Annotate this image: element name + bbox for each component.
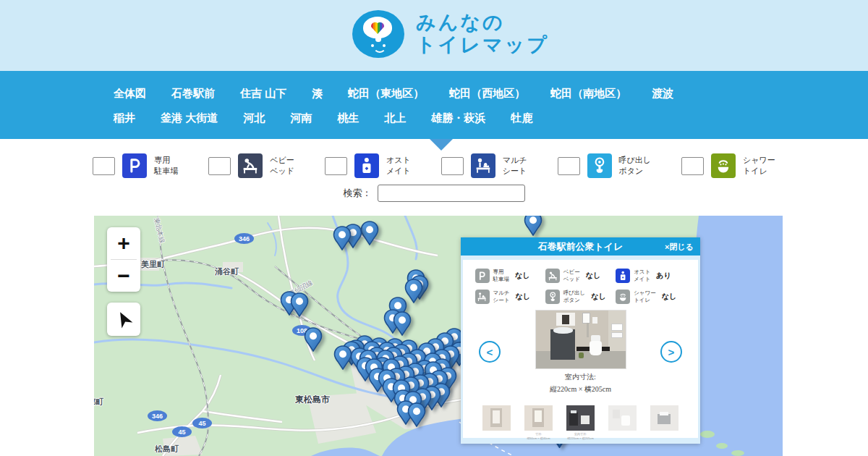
region-nav-row2: 稲井釜港 大街道河北河南桃生北上雄勝・萩浜牡鹿 [0,104,868,129]
nav-link-r2-2[interactable]: 河北 [243,111,265,125]
ostomate-icon [616,269,630,283]
prev-photo-button[interactable]: < [479,341,501,363]
filter-group-baby-bed: ベビーベッド [208,153,294,178]
region-nav: 全体図石巻駅前住吉 山下湊蛇田（東地区）蛇田（西地区）蛇田（南地区）渡波 稲井釜… [0,71,868,139]
navigation-arrow-icon [113,308,135,330]
nav-link-r1-6[interactable]: 蛇田（南地区） [550,87,626,101]
popup-amenity-value: なし [515,271,529,281]
map-pin[interactable] [407,402,426,430]
zoom-in-button[interactable]: + [107,227,140,259]
shower-toilet-icon [711,153,736,178]
popup-amenity-label: シャワートイレ [634,290,656,304]
map-pin[interactable] [393,311,412,339]
map-pin[interactable] [524,216,542,239]
route-shield: 45 [192,418,212,428]
popup-amenity-5: シャワートイレなし [616,290,686,304]
nav-link-r2-4[interactable]: 桃生 [337,111,359,125]
photo-thumbnail-5[interactable] [650,405,678,431]
filter-checkbox-parking[interactable] [93,157,115,175]
photo-thumbnail-3[interactable]: 室内寸法:縦220cm × 横205cm [566,405,595,431]
filter-label-multi-seat: マルチシート [503,155,527,177]
map-pin[interactable] [290,292,309,320]
filter-group-call-button: 呼び出しボタン [558,153,652,178]
nav-link-r1-1[interactable]: 石巻駅前 [171,87,215,101]
nav-link-r1-4[interactable]: 蛇田（東地区） [348,87,424,101]
filter-group-shower-toilet: シャワートイレ [681,153,775,178]
search-input[interactable] [378,185,525,202]
baby-bed-icon [545,269,560,283]
popup-amenity-label: マルチシート [493,290,510,304]
filter-checkbox-shower-toilet[interactable] [681,157,704,175]
nav-link-r1-7[interactable]: 渡波 [652,87,673,101]
popup-amenity-0: 専用駐車場なし [475,269,545,283]
logo-mascot-icon [352,10,404,58]
amenity-filter-bar: 専用駐車場ベビーベッドオストメイトマルチシート呼び出しボタンシャワートイレ [0,153,868,178]
map-zoom-control: + − [107,227,140,292]
baby-bed-icon [238,153,263,178]
multi-seat-icon [471,153,495,178]
photo-thumbnail-2[interactable]: 寸法:縦60cm × 横40cm [524,405,553,431]
nav-link-r2-3[interactable]: 河南 [290,111,312,125]
filter-group-multi-seat: マルチシート [441,153,527,178]
next-photo-button[interactable]: > [660,341,682,363]
parking-icon [475,269,490,283]
filter-checkbox-multi-seat[interactable] [441,157,464,175]
search-row: 検索： [0,185,868,202]
route-shield: 346 [234,233,254,244]
ostomate-icon [354,153,379,178]
toilet-photo [536,311,626,368]
filter-group-ostomate: オストメイト [325,153,411,178]
map-place-label: 東松島市 [295,394,330,406]
popup-amenity-1: ベビーベッドなし [545,269,616,283]
shower-toilet-icon [616,290,630,304]
search-label: 検索： [344,187,372,200]
popup-amenity-label: 呼び出しボタン [563,290,585,304]
nav-link-r2-6[interactable]: 雄勝・萩浜 [431,111,485,125]
nav-link-r2-7[interactable]: 牡鹿 [511,111,532,125]
photo-thumbnail-strip: 寸法:縦60cm × 横40cm室内寸法:縦220cm × 横205cm [463,405,698,431]
popup-header: 石巻駅前公衆トイレ ×閉じる [461,237,700,256]
route-shield: 45 [172,426,192,437]
locate-me-button[interactable] [107,303,140,336]
page-header: みんなの トイレマップ [0,0,868,71]
popup-body: 専用駐車場なしベビーベッドなしオストメイトありマルチシートなし呼び出しボタンなし… [463,260,698,438]
nav-link-r2-5[interactable]: 北上 [384,111,406,125]
nav-link-r1-5[interactable]: 蛇田（西地区） [449,87,525,101]
filter-label-parking: 専用駐車場 [154,155,178,177]
filter-checkbox-call-button[interactable] [558,157,580,175]
route-shield: 346 [148,410,167,421]
room-dimensions: 室内寸法: 縦220cm × 横205cm [463,372,698,394]
popup-amenity-3: マルチシートなし [475,290,545,304]
nav-link-r1-3[interactable]: 湊 [312,87,323,101]
nav-link-r1-2[interactable]: 住吉 山下 [240,87,286,101]
popup-close-button[interactable]: ×閉じる [665,242,694,253]
site-title: みんなの トイレマップ [416,12,549,56]
map-pin[interactable] [333,226,352,253]
site-logo: みんなの トイレマップ [352,10,549,58]
toilet-detail-popup: 石巻駅前公衆トイレ ×閉じる 専用駐車場なしベビーベッドなしオストメイトありマル… [461,237,700,444]
nav-link-r1-0[interactable]: 全体図 [114,87,146,101]
photo-thumbnail-4[interactable] [608,405,637,431]
filter-checkbox-baby-bed[interactable] [208,157,231,175]
filter-label-baby-bed: ベビーベッド [270,155,294,177]
map-pin[interactable] [360,221,379,248]
popup-amenity-2: オストメイトあり [616,269,686,283]
popup-title: 石巻駅前公衆トイレ [538,240,624,253]
popup-amenity-value: あり [656,271,671,281]
popup-amenity-value: なし [516,292,530,302]
map-pin[interactable] [304,327,323,355]
zoom-out-button[interactable]: − [107,260,140,292]
filter-label-shower-toilet: シャワートイレ [743,155,775,177]
filter-group-parking: 専用駐車場 [93,153,178,178]
nav-link-r2-0[interactable]: 稲井 [114,111,135,125]
nav-link-r2-1[interactable]: 釜港 大街道 [161,111,218,125]
filter-checkbox-ostomate[interactable] [325,157,347,175]
popup-amenity-value: なし [662,292,676,302]
parking-icon [122,153,147,178]
popup-amenity-label: 専用駐車場 [493,269,510,283]
filter-label-call-button: 呼び出しボタン [619,155,652,177]
map-place-label: 松島町 [155,444,179,455]
popup-amenity-grid: 専用駐車場なしベビーベッドなしオストメイトありマルチシートなし呼び出しボタンなし… [475,269,686,304]
photo-thumbnail-1[interactable] [482,405,511,431]
popup-amenity-4: 呼び出しボタンなし [545,290,616,304]
